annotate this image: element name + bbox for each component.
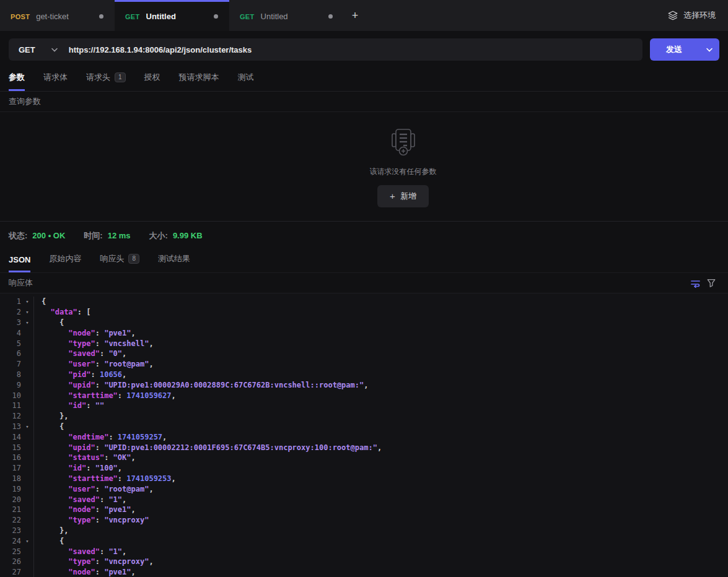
fold-arrow-icon[interactable]: ▾ [21, 307, 34, 318]
code-text: "saved": "1", [34, 495, 728, 504]
token-string: "1" [108, 495, 122, 504]
send-button[interactable]: 发送 [650, 38, 719, 61]
token-punctuation: : [95, 381, 104, 389]
fold-gutter [21, 526, 34, 536]
fold-arrow-icon[interactable]: ▾ [21, 318, 34, 328]
doc-tab-get-ticket[interactable]: POST get-ticket [0, 0, 115, 31]
tab-test-results[interactable]: 测试结果 [158, 253, 190, 272]
fold-arrow-icon[interactable]: ▾ [21, 297, 34, 307]
tab-label: 测试结果 [158, 253, 190, 264]
token-key: "saved" [68, 349, 100, 358]
code-line: 18 "starttime": 1741059253, [0, 474, 728, 484]
method-badge: POST [11, 13, 30, 20]
tab-label: 参数 [9, 72, 25, 83]
filter-icon[interactable] [703, 278, 719, 288]
doc-tab-untitled-2[interactable]: GET Untitled [229, 0, 344, 31]
token-key: "starttime" [68, 474, 117, 483]
fold-arrow-icon[interactable]: ▾ [21, 536, 34, 546]
params-empty-state: 该请求没有任何参数 + 新增 [0, 112, 728, 221]
fold-gutter [21, 442, 34, 453]
code-text: "data": [ [34, 308, 728, 316]
token-punctuation: : [95, 329, 104, 337]
token-number: 1741059627 [126, 391, 171, 400]
code-line: 7 "user": "root@pam", [0, 359, 728, 370]
code-line: 6 "saved": "0", [0, 349, 728, 359]
doc-tab-untitled-active[interactable]: GET Untitled [115, 0, 229, 31]
token-string: "" [95, 401, 104, 410]
code-text: "user": "root@pam", [34, 360, 728, 368]
fold-arrow-icon[interactable]: ▾ [21, 422, 34, 432]
token-punctuation: , [131, 329, 136, 337]
token-punctuation: : [100, 349, 108, 358]
code-text: { [34, 318, 728, 327]
token-punctuation: , [149, 339, 153, 348]
response-headers-count-badge: 8 [128, 254, 139, 264]
code-line: 19 "user": "root@pam", [0, 484, 728, 494]
size-value: 9.99 KB [173, 231, 203, 240]
code-line: 27 "node": "pve1", [0, 567, 728, 577]
fold-gutter [21, 432, 34, 442]
line-number: 1 [0, 297, 21, 306]
token-punctuation: , [131, 568, 136, 576]
line-number: 4 [0, 329, 21, 337]
format-wrap-icon[interactable] [687, 279, 703, 288]
token-punctuation: , [131, 453, 136, 462]
token-punctuation: : [86, 464, 95, 472]
token-string: "root@pam" [104, 485, 149, 493]
tab-headers[interactable]: 请求头 1 [86, 72, 126, 91]
status-value: 200 • OK [32, 231, 65, 240]
line-number: 20 [0, 495, 21, 504]
token-punctuation: : [95, 485, 104, 493]
fold-gutter [21, 567, 34, 577]
send-options-chevron-icon[interactable] [698, 48, 719, 52]
token-punctuation: , [377, 443, 382, 452]
code-line: 25 "saved": "1", [0, 546, 728, 557]
fold-gutter [21, 401, 34, 411]
tab-response-headers[interactable]: 响应头 8 [100, 253, 139, 272]
code-line: 4 "node": "pve1", [0, 328, 728, 338]
tab-label: 响应头 [100, 253, 124, 264]
method-dropdown[interactable]: GET [9, 45, 69, 54]
code-text: "type": "vncproxy", [34, 557, 728, 566]
doc-tab-title: Untitled [146, 12, 208, 21]
token-punctuation: : [95, 557, 104, 566]
code-text: "user": "root@pam", [34, 485, 728, 493]
line-number: 21 [0, 505, 21, 514]
tab-auth[interactable]: 授权 [144, 72, 160, 91]
token-punctuation: : [95, 516, 104, 524]
token-string: "pve1" [104, 505, 131, 514]
add-param-button[interactable]: + 新增 [377, 185, 429, 207]
token-punctuation: , [149, 485, 153, 493]
token-string: "pve1" [104, 329, 131, 337]
tab-params[interactable]: 参数 [9, 72, 25, 91]
token-string: "1" [108, 547, 122, 556]
token-key: "node" [68, 568, 95, 576]
token-punctuation: : [ [77, 308, 91, 316]
fold-gutter [21, 484, 34, 494]
request-bar: GET 发送 [0, 31, 728, 68]
token-punctuation: , [162, 433, 167, 441]
time-label: 时间: [84, 230, 102, 241]
line-number: 6 [0, 349, 21, 358]
fold-gutter [21, 474, 34, 484]
tab-pre-request-script[interactable]: 预请求脚本 [179, 72, 219, 91]
request-tabs: 参数 请求体 请求头 1 授权 预请求脚本 测试 [0, 68, 728, 92]
environment-selector[interactable]: 选择环境 [655, 0, 728, 31]
code-line: 15 "upid": "UPID:pve1:00002212:0001F695:… [0, 442, 728, 453]
tab-tests[interactable]: 测试 [238, 72, 254, 91]
token-key: "upid" [68, 443, 95, 452]
url-input[interactable] [69, 45, 642, 54]
json-response-viewer[interactable]: 1▾{2▾ "data": [3▾ {4 "node": "pve1",5 "t… [0, 293, 728, 577]
token-key: "id" [68, 401, 86, 410]
url-box: GET [9, 38, 642, 61]
tab-json[interactable]: JSON [9, 255, 30, 272]
fold-gutter [21, 370, 34, 380]
tab-label: 预请求脚本 [179, 72, 219, 83]
fold-gutter [21, 557, 34, 567]
line-number: 13 [0, 422, 21, 431]
fold-gutter [21, 505, 34, 515]
new-tab-button[interactable]: + [344, 0, 366, 31]
tab-raw[interactable]: 原始内容 [49, 253, 81, 272]
tab-body[interactable]: 请求体 [43, 72, 68, 91]
code-line: 10 "starttime": 1741059627, [0, 390, 728, 401]
